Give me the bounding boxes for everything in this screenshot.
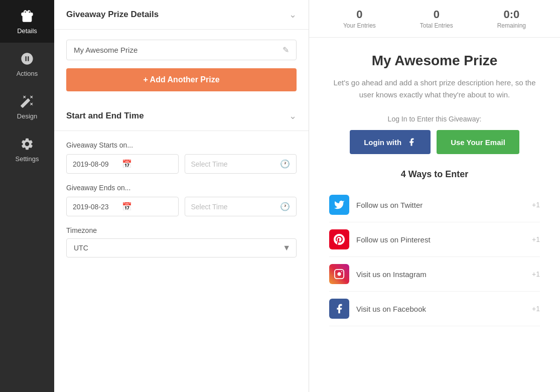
twitter-points: +1 [532,201,540,209]
end-time-wrapper[interactable]: Select Time 🕐 [185,197,297,216]
right-panel: 0 Your Entries 0 Total Entries 0:0 Remai… [309,0,560,392]
entry-item-pinterest[interactable]: Follow us on Pinterest +1 [329,222,540,257]
login-facebook-label: Login with [364,138,401,147]
sidebar-label-settings: Settings [16,155,39,163]
instagram-points: +1 [532,270,540,278]
start-date-input[interactable] [73,160,118,168]
instagram-label: Visit us on Instagram [356,270,525,279]
twitter-label: Follow us on Twitter [356,201,525,209]
facebook-logo-icon [406,137,416,147]
start-time-wrapper[interactable]: Select Time 🕐 [185,154,297,174]
sidebar-label-actions: Actions [17,70,38,77]
edit-icon[interactable]: ✎ [283,45,289,55]
end-label: Giveaway Ends on... [66,184,297,192]
remaining-stat: 0:0 Remaining [497,8,526,29]
gift-icon [19,8,35,24]
sidebar-item-actions[interactable]: Actions [0,43,54,85]
entry-item-facebook[interactable]: Visit us on Facebook +1 [329,292,540,326]
sidebar-item-design[interactable]: Design [0,85,54,128]
your-entries-label: Your Entries [343,22,376,29]
end-time-placeholder: Select Time [191,203,276,211]
login-email-button[interactable]: Use Your Email [437,130,519,154]
timezone-select[interactable]: UTC EST PST [66,238,297,257]
end-clock-icon[interactable]: 🕐 [280,202,290,211]
instagram-icon [329,264,349,284]
timezone-label: Timezone [66,226,297,234]
start-clock-icon[interactable]: 🕐 [280,159,290,169]
start-calendar-icon[interactable]: 📅 [122,159,132,169]
start-date-time-row: 📅 Select Time 🕐 [66,154,297,174]
preview-prize-title: My Awesome Prize [329,53,540,69]
sidebar: Details Actions Design Settings [0,0,54,392]
prize-section-title: Giveaway Prize Details [66,10,159,20]
settings-icon [19,136,35,152]
sidebar-label-design: Design [17,112,37,120]
login-email-label: Use Your Email [451,138,505,147]
prize-section-chevron: ⌄ [289,9,297,20]
add-prize-button[interactable]: + Add Another Prize [66,68,297,91]
end-date-input[interactable] [73,203,118,211]
pinterest-points: +1 [532,235,540,243]
login-facebook-button[interactable]: Login with [350,130,431,154]
facebook-label: Visit us on Facebook [356,305,525,313]
remaining-label: Remaining [497,22,526,29]
stats-bar: 0 Your Entries 0 Total Entries 0:0 Remai… [309,0,560,38]
start-label: Giveaway Starts on... [66,141,297,149]
actions-icon [19,51,35,67]
sidebar-item-details[interactable]: Details [0,0,54,43]
time-section-title: Start and End Time [66,111,144,121]
start-time-placeholder: Select Time [191,160,276,168]
left-panel: Giveaway Prize Details ⌄ ✎ + Add Another… [54,0,309,392]
time-section-header[interactable]: Start and End Time ⌄ [54,101,309,131]
entry-list: Follow us on Twitter +1 Follow us on Pin… [329,188,540,326]
sidebar-item-settings[interactable]: Settings [0,128,54,171]
add-prize-label: + Add Another Prize [143,75,219,84]
end-date-wrapper: 📅 [66,197,179,216]
preview-prize-description: Let's go ahead and add a short prize des… [329,77,540,101]
entry-item-instagram[interactable]: Visit us on Instagram +1 [329,257,540,292]
sidebar-label-details: Details [17,27,37,35]
time-section-chevron: ⌄ [289,110,297,121]
pinterest-label: Follow us on Pinterest [356,235,525,244]
your-entries-number: 0 [343,8,376,21]
end-calendar-icon[interactable]: 📅 [122,202,132,211]
total-entries-stat: 0 Total Entries [420,8,453,29]
login-label: Log In to Enter this Giveaway: [329,115,540,123]
prize-name-input[interactable] [74,46,283,54]
login-buttons: Login with Use Your Email [329,130,540,154]
timezone-select-wrapper: UTC EST PST ▼ [66,238,297,257]
design-icon [19,93,35,109]
time-section-body: Giveaway Starts on... 📅 Select Time 🕐 Gi… [54,131,309,273]
start-date-wrapper: 📅 [66,154,179,174]
pinterest-icon [329,229,349,249]
prize-section-body: ✎ + Add Another Prize [54,30,309,101]
facebook-entry-icon [329,299,349,319]
total-entries-label: Total Entries [420,22,453,29]
login-section: Log In to Enter this Giveaway: Login wit… [329,115,540,154]
facebook-points: +1 [532,305,540,313]
ways-to-enter-title: 4 Ways to Enter [329,169,540,180]
entry-item-twitter[interactable]: Follow us on Twitter +1 [329,188,540,222]
your-entries-stat: 0 Your Entries [343,8,376,29]
remaining-number: 0:0 [497,8,526,21]
preview-content: My Awesome Prize Let's go ahead and add … [309,38,560,341]
twitter-icon [329,195,349,215]
end-date-time-row: 📅 Select Time 🕐 [66,197,297,216]
prize-section-header[interactable]: Giveaway Prize Details ⌄ [54,0,309,30]
total-entries-number: 0 [420,8,453,21]
prize-input-wrapper: ✎ [66,40,297,60]
